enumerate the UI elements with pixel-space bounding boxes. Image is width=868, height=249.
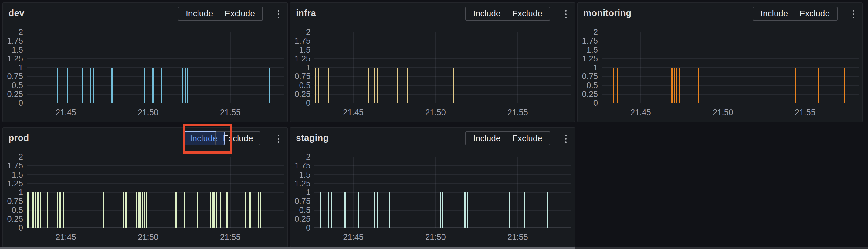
x-axis-tick-label: 21:45 — [630, 108, 651, 117]
panel-title: prod — [8, 133, 29, 143]
y-axis-tick-label: 1.5 — [3, 46, 23, 54]
y-axis-tick-label: 0.75 — [3, 72, 23, 80]
y-axis-tick-label: 0.25 — [3, 215, 23, 223]
panel-prod: prodIncludeExclude21.751.51.2510.750.50.… — [2, 127, 288, 247]
y-axis-tick-label: 0.75 — [578, 72, 598, 80]
y-axis-tick-label: 0.5 — [3, 206, 23, 214]
include-button[interactable]: Include — [473, 134, 500, 143]
x-axis-tick-label: 21:50 — [425, 233, 446, 241]
x-axis-tick-label: 21:55 — [220, 108, 241, 117]
y-axis-tick-label: 1.25 — [290, 55, 310, 63]
panel-title: dev — [8, 8, 24, 18]
y-axis-tick-label: 2 — [578, 28, 598, 36]
x-axis-tick-label: 21:50 — [138, 233, 158, 241]
y-axis-tick-label: 0.25 — [290, 90, 310, 98]
kebab-vertical-dots-icon[interactable] — [851, 8, 855, 20]
time-series-plot-area[interactable] — [314, 32, 571, 103]
panel-title: infra — [296, 8, 316, 18]
x-axis-tick-label: 21:45 — [56, 233, 76, 241]
time-series-plot-area[interactable] — [27, 157, 284, 228]
y-axis-tick-label: 1.25 — [578, 55, 598, 63]
y-axis-tick-label: 2 — [3, 153, 23, 161]
y-axis-tick-label: 2 — [290, 28, 310, 36]
panel-title: staging — [296, 133, 329, 143]
exclude-button[interactable]: Exclude — [225, 9, 255, 18]
panel-infra: infraIncludeExclude21.751.51.2510.750.50… — [290, 2, 575, 122]
y-axis-tick-label: 1.75 — [3, 162, 23, 170]
y-axis-tick-label: 1.75 — [578, 37, 598, 45]
y-axis-tick-label: 0.75 — [3, 197, 23, 205]
y-axis-tick-label: 1 — [290, 64, 310, 72]
y-axis-tick-label: 0 — [578, 99, 598, 107]
y-axis-tick-label: 0.25 — [290, 215, 310, 223]
exclude-button[interactable]: Exclude — [512, 134, 542, 143]
horizontal-scrollbar-thumb[interactable] — [0, 247, 575, 249]
y-axis-tick-label: 1.75 — [290, 37, 310, 45]
y-axis-tick-label: 0.25 — [3, 90, 23, 98]
include-exclude-button-group: IncludeExclude — [465, 132, 550, 145]
y-axis-tick-label: 1.5 — [3, 171, 23, 179]
time-series-plot-area[interactable] — [601, 32, 859, 103]
panel-title: monitoring — [583, 8, 631, 18]
x-axis-tick-label: 21:55 — [795, 108, 815, 117]
x-axis-tick-label: 21:55 — [507, 233, 528, 241]
exclude-button[interactable]: Exclude — [215, 132, 260, 145]
include-button[interactable]: Include — [473, 9, 500, 18]
y-axis-tick-label: 0.5 — [3, 81, 23, 90]
exclude-button[interactable]: Exclude — [512, 9, 542, 18]
y-axis-tick-label: 1.5 — [290, 171, 310, 179]
y-axis-tick-label: 1.5 — [290, 46, 310, 54]
x-axis-tick-label: 21:45 — [56, 108, 76, 117]
x-axis-tick-label: 21:55 — [220, 233, 241, 241]
x-axis-tick-label: 21:45 — [343, 108, 364, 117]
time-series-plot-area[interactable] — [27, 32, 284, 103]
kebab-vertical-dots-icon[interactable] — [276, 8, 280, 20]
include-button[interactable]: Include — [761, 9, 788, 18]
y-axis-tick-label: 1 — [3, 64, 23, 72]
y-axis-tick-label: 0 — [3, 224, 23, 232]
horizontal-scrollbar[interactable] — [0, 247, 868, 249]
panel-monitoring: monitoringIncludeExclude21.751.51.2510.7… — [577, 2, 863, 122]
kebab-vertical-dots-icon[interactable] — [564, 8, 568, 20]
y-axis-tick-label: 0.5 — [578, 81, 598, 90]
y-axis-tick-label: 0 — [290, 224, 310, 232]
y-axis-tick-label: 0.5 — [290, 81, 310, 90]
x-axis-tick-label: 21:50 — [713, 108, 733, 117]
exclude-button[interactable]: Exclude — [799, 9, 830, 18]
y-axis-tick-label: 0 — [3, 99, 23, 107]
y-axis-tick-label: 1.25 — [3, 55, 23, 63]
include-button[interactable]: Include — [186, 9, 213, 18]
x-axis-tick-label: 21:50 — [138, 108, 158, 117]
y-axis-tick-label: 2 — [3, 28, 23, 36]
y-axis-tick-label: 1.25 — [3, 179, 23, 187]
include-exclude-button-group: IncludeExclude — [753, 7, 838, 21]
include-exclude-button-group: IncludeExclude — [178, 7, 263, 21]
x-axis-tick-label: 21:45 — [343, 233, 364, 241]
x-axis-tick-label: 21:50 — [425, 108, 446, 117]
y-axis-tick-label: 0.25 — [578, 90, 598, 98]
y-axis-tick-label: 0 — [290, 99, 310, 107]
y-axis-tick-label: 1.5 — [578, 46, 598, 54]
panel-dev: devIncludeExclude21.751.51.2510.750.50.2… — [2, 2, 288, 122]
y-axis-tick-label: 1 — [578, 64, 598, 72]
y-axis-tick-label: 0.75 — [290, 197, 310, 205]
panel-staging: stagingIncludeExclude21.751.51.2510.750.… — [290, 127, 575, 247]
y-axis-tick-label: 1.75 — [290, 162, 310, 170]
y-axis-tick-label: 0.5 — [290, 206, 310, 214]
y-axis-tick-label: 1.25 — [290, 179, 310, 187]
kebab-vertical-dots-icon[interactable] — [276, 132, 280, 145]
y-axis-tick-label: 1.75 — [3, 37, 23, 45]
include-exclude-button-group: IncludeExclude — [465, 7, 550, 21]
y-axis-tick-label: 1 — [290, 188, 310, 197]
x-axis-tick-label: 21:55 — [507, 108, 528, 117]
kebab-vertical-dots-icon[interactable] — [564, 132, 568, 145]
y-axis-tick-label: 0.75 — [290, 72, 310, 80]
time-series-plot-area[interactable] — [314, 157, 571, 228]
y-axis-tick-label: 2 — [290, 153, 310, 161]
y-axis-tick-label: 1 — [3, 188, 23, 197]
